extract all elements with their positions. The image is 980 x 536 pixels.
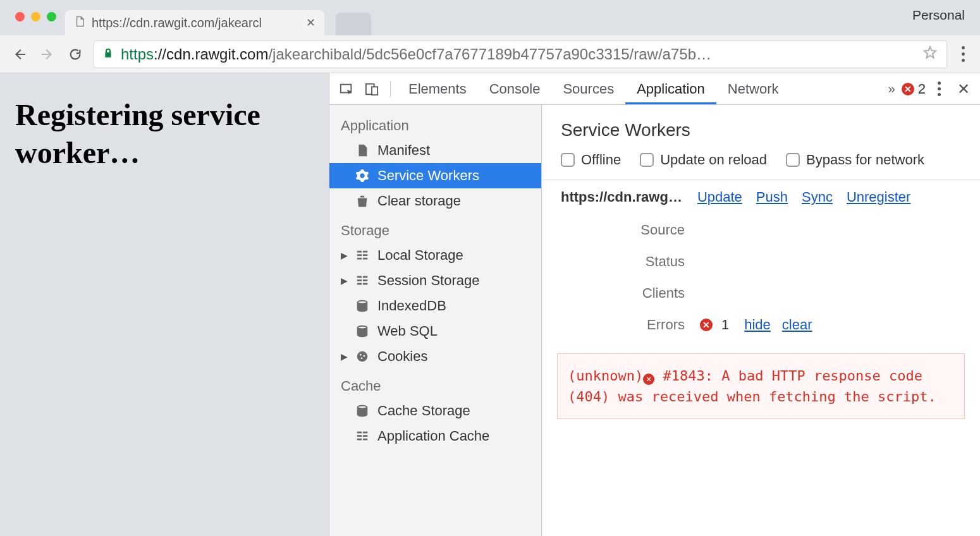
db-icon [355,324,370,338]
bookmark-star-icon[interactable] [922,45,938,64]
sidebar-item-service-workers[interactable]: ▶Service Workers [329,163,541,188]
sw-row-label: Clients [561,285,700,302]
browser-menu-button[interactable] [956,46,970,62]
chevron-right-icon: ▶ [340,276,348,286]
sidebar-item-indexeddb[interactable]: ▶IndexedDB [329,293,541,319]
checkbox-bypass-for-network[interactable]: Bypass for network [786,152,924,168]
sw-action-unregister[interactable]: Unregister [847,189,910,205]
db-icon [355,404,370,418]
svg-point-3 [357,351,368,362]
sw-action-push[interactable]: Push [756,189,788,205]
devtools-tab-network[interactable]: Network [716,73,790,104]
service-workers-pane: Service Workers OfflineUpdate on reloadB… [542,105,980,536]
sidebar-item-cache-storage[interactable]: ▶Cache Storage [329,398,541,423]
sidebar-item-label: Local Storage [377,247,463,264]
address-bar: https://cdn.rawgit.com/jakearchibald/5dc… [0,35,980,73]
sidebar-item-local-storage[interactable]: ▶Local Storage [329,243,541,268]
sidebar-item-label: Cache Storage [377,403,470,419]
grid-icon [355,429,370,443]
page-content: Registering service worker… [0,73,329,536]
sidebar-item-label: Manifest [377,142,430,159]
devtools-tab-application[interactable]: Application [625,73,716,104]
pane-title: Service Workers [542,105,980,147]
minimize-window-button[interactable] [31,12,40,21]
gear-icon [355,169,370,183]
close-tab-button[interactable]: ✕ [306,16,315,30]
sidebar-item-web-sql[interactable]: ▶Web SQL [329,319,541,344]
db-icon [355,299,370,313]
checkbox-box [640,153,654,167]
sw-row-label: Source [561,222,700,238]
error-icon: ✕ [902,83,914,95]
device-toolbar-button[interactable] [360,73,384,104]
lock-icon [103,46,113,63]
url-input[interactable]: https://cdn.rawgit.com/jakearchibald/5dc… [94,40,947,68]
sidebar-item-cookies[interactable]: ▶Cookies [329,344,541,369]
devtools-tab-sources[interactable]: Sources [551,73,625,104]
sidebar-item-label: Session Storage [377,272,479,289]
tab-strip: https://cdn.rawgit.com/jakearcl ✕ Person… [0,0,980,35]
errors-count: 1 [721,317,729,333]
trash-icon [355,194,370,208]
sidebar-section-storage: Storage [329,214,541,243]
errors-clear-link[interactable]: clear [782,317,812,333]
devtools-tab-elements[interactable]: Elements [397,73,478,104]
sidebar-item-label: Cookies [377,348,427,365]
svg-point-5 [363,355,365,357]
checkbox-update-on-reload[interactable]: Update on reload [640,152,767,168]
sidebar-item-label: IndexedDB [377,298,446,314]
devtools-close-button[interactable]: ✕ [952,80,975,98]
error-icon: ✕ [643,374,654,385]
sidebar-item-label: Service Workers [377,168,479,184]
close-window-button[interactable] [15,12,25,21]
back-button[interactable] [10,45,29,64]
errors-hide-link[interactable]: hide [744,317,771,333]
error-count-badge[interactable]: ✕ 2 [902,81,926,97]
sw-row-label: Status [561,253,700,270]
sidebar-section-application: Application [329,109,541,138]
url-text: https://cdn.rawgit.com/jakearchibald/5dc… [121,46,711,63]
tab-title: https://cdn.rawgit.com/jakearcl [92,16,262,30]
checkbox-box [786,153,800,167]
devtools-menu-button[interactable] [932,82,946,96]
sw-origin: https://cdn.rawg… [561,189,682,205]
chevron-right-icon: ▶ [340,250,348,260]
file-icon [74,15,85,32]
devtools-panel: ElementsConsoleSourcesApplicationNetwork… [329,73,980,536]
grid-icon [355,274,370,288]
sidebar-item-clear-storage[interactable]: ▶Clear storage [329,188,541,214]
sidebar-item-label: Application Cache [377,428,489,444]
new-tab-button[interactable] [336,13,371,35]
profile-label[interactable]: Personal [912,8,965,23]
reload-button[interactable] [66,45,85,64]
sidebar-item-label: Web SQL [377,323,438,339]
forward-button[interactable] [38,45,57,64]
sidebar-item-session-storage[interactable]: ▶Session Storage [329,268,541,293]
sw-action-sync[interactable]: Sync [802,189,833,205]
browser-tab[interactable]: https://cdn.rawgit.com/jakearcl ✕ [65,10,324,35]
errors-label: Errors [561,317,700,333]
svg-rect-2 [372,87,377,95]
maximize-window-button[interactable] [47,12,56,21]
devtools-tabs: ElementsConsoleSourcesApplicationNetwork… [329,73,980,105]
error-icon: ✕ [700,319,713,331]
inspect-element-button[interactable] [334,73,358,104]
svg-point-6 [361,357,363,359]
window-controls [6,12,65,35]
cookie-icon [355,350,370,363]
chevron-right-icon: ▶ [340,351,348,362]
error-message: (unknown)✕ #1843: A bad HTTP response co… [557,353,965,419]
sidebar-item-application-cache[interactable]: ▶Application Cache [329,423,541,449]
sidebar-section-cache: Cache [329,369,541,398]
sw-action-update[interactable]: Update [697,189,742,205]
application-sidebar: Application▶Manifest▶Service Workers▶Cle… [329,105,542,536]
checkbox-offline[interactable]: Offline [561,152,621,168]
svg-point-4 [360,354,362,356]
page-heading: Registering service worker… [15,96,314,172]
checkbox-box [561,153,575,167]
devtools-tab-console[interactable]: Console [478,73,552,104]
more-tabs-button[interactable]: » [888,82,895,96]
sidebar-item-label: Clear storage [377,193,461,209]
sidebar-item-manifest[interactable]: ▶Manifest [329,138,541,163]
file-icon [355,143,370,157]
